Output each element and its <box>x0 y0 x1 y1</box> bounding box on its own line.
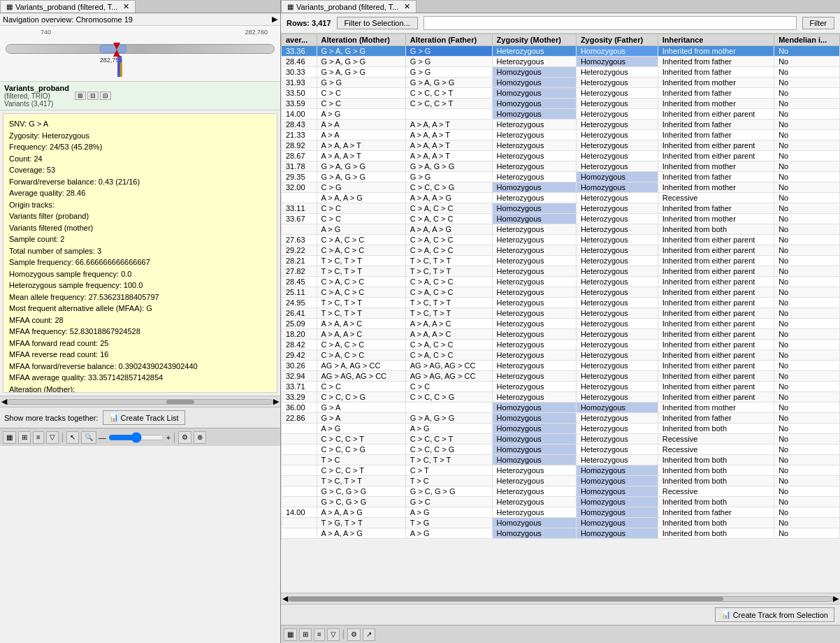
table-cell: 30.26 <box>282 361 317 371</box>
table-cell: AG > AG, AG > CC <box>405 371 492 382</box>
table-scroll-left[interactable]: ◀ <box>282 594 288 603</box>
table-row[interactable]: A > GA > GHomozygousHeterozygousInherite… <box>282 424 840 434</box>
table-row[interactable]: 25.09A > A, A > CA > A, A > CHeterozygou… <box>282 319 840 329</box>
table-row[interactable]: 26.41T > C, T > TT > C, T > THeterozygou… <box>282 308 840 319</box>
left-tab-close[interactable]: ✕ <box>123 2 129 11</box>
right-toolbar-table-btn[interactable]: ▦ <box>284 628 297 641</box>
table-row[interactable]: A > A, A > GA > GHomozygousHomozygousInh… <box>282 528 840 539</box>
create-track-list-btn[interactable]: 📊 Create Track List <box>103 410 185 425</box>
toolbar-table-btn[interactable]: ▦ <box>3 431 16 444</box>
table-row[interactable]: 33.67C > CC > A, C > CHomozygousHeterozy… <box>282 214 840 224</box>
table-row[interactable]: 29.35G > A, G > GG > GHeterozygousHomozy… <box>282 172 840 182</box>
table-row[interactable]: 18.20A > A, A > CA > A, A > CHeterozygou… <box>282 329 840 340</box>
table-row[interactable]: G > C, G > GG > CHeterozygousHomozygousI… <box>282 497 840 507</box>
table-row[interactable]: 33.71C > CC > CHeterozygousHeterozygousI… <box>282 382 840 392</box>
table-cell: 33.59 <box>282 99 317 109</box>
table-row[interactable]: 28.92A > A, A > TA > A, A > THeterozygou… <box>282 140 840 151</box>
table-row[interactable]: 28.45C > A, C > CC > A, C > CHeterozygou… <box>282 277 840 287</box>
table-scroll[interactable]: aver... Alteration (Mother) Alteration (… <box>281 34 840 593</box>
filter-input[interactable] <box>423 16 797 30</box>
table-row[interactable]: C > C, C > TC > THeterozygousHomozygousI… <box>282 465 840 476</box>
table-row[interactable]: 29.22C > A, C > CC > A, C > CHeterozygou… <box>282 245 840 256</box>
left-scrollbar-track[interactable] <box>7 399 273 405</box>
zoom-slider[interactable] <box>108 433 164 442</box>
table-row[interactable]: 29.42C > A, C > CC > A, C > CHeterozygou… <box>282 350 840 361</box>
table-row[interactable]: A > GA > A, A > GHeterozygousHeterozygou… <box>282 224 840 235</box>
table-cell: Inherited from either parent <box>658 256 774 266</box>
table-row[interactable]: A > A, A > GA > A, A > GHeterozygousHete… <box>282 193 840 203</box>
tooltip-line-24: Alteration (Mother): <box>9 384 271 393</box>
toolbar-list-btn[interactable]: ≡ <box>33 431 44 444</box>
create-track-from-sel-btn[interactable]: 📊 Create Track from Selection <box>715 607 834 622</box>
chr-band[interactable] <box>6 44 275 54</box>
track-zoom-out[interactable]: ⊟ <box>87 92 99 100</box>
table-row[interactable]: 30.26AG > A, AG > CCAG > AG, AG > CCHete… <box>282 361 840 371</box>
table-row[interactable]: 31.93G > GG > A, G > GHomozygousHeterozy… <box>282 78 840 88</box>
table-row[interactable]: 14.00A > GHomozygousHeterozygousInherite… <box>282 109 840 120</box>
table-scrollbar-track[interactable] <box>288 596 833 602</box>
right-toolbar-list-btn[interactable]: ≡ <box>314 628 325 641</box>
table-row[interactable]: 22.86G > AG > A, G > GHomozygousHeterozy… <box>282 413 840 424</box>
right-tab-close[interactable]: ✕ <box>404 2 410 11</box>
table-cell: Homozygous <box>492 455 576 465</box>
right-toolbar-filter-btn[interactable]: ▽ <box>327 628 340 641</box>
scroll-left-btn[interactable]: ◀ <box>1 397 7 406</box>
table-row[interactable]: 28.42C > A, C > CC > A, C > CHeterozygou… <box>282 340 840 350</box>
table-row[interactable]: G > C, G > GG > C, G > GHeterozygousHomo… <box>282 486 840 497</box>
left-h-scrollbar[interactable]: ◀ ▶ <box>0 396 280 407</box>
left-scrollbar-thumb[interactable] <box>166 400 194 404</box>
table-row[interactable]: 28.46G > A, G > GG > GHeterozygousHomozy… <box>282 57 840 67</box>
table-row[interactable]: 24.95T > C, T > TT > C, T > THeterozygou… <box>282 298 840 308</box>
nav-expand-btn[interactable]: ▶ <box>272 15 277 24</box>
table-row[interactable]: 27.63C > A, C > CC > A, C > CHeterozygou… <box>282 235 840 245</box>
table-cell: Inherited from both <box>658 476 774 486</box>
left-tab-active[interactable]: ▦ Variants_proband (filtered, T... ✕ <box>0 0 136 13</box>
right-toolbar-settings-btn[interactable]: ⚙ <box>347 628 361 641</box>
scroll-right-btn[interactable]: ▶ <box>273 397 279 406</box>
toolbar-settings-btn[interactable]: ⚙ <box>178 431 191 444</box>
table-row[interactable]: 36.00G > AHomozygousHomozygousInherited … <box>282 403 840 413</box>
right-toolbar-grid-btn[interactable]: ⊞ <box>299 628 312 641</box>
toolbar-extra-btn[interactable]: ⊕ <box>194 431 206 444</box>
table-cell: 33.29 <box>282 392 317 403</box>
table-scrollbar-thumb[interactable] <box>289 597 723 601</box>
table-cell: Inherited from both <box>658 465 774 476</box>
table-row[interactable]: 30.33G > A, G > GG > GHomozygousHeterozy… <box>282 67 840 78</box>
right-tab-active[interactable]: ▦ Variants_proband (filtered, T... ✕ <box>281 0 417 13</box>
table-row[interactable]: 33.50C > CC > C, C > THomozygousHeterozy… <box>282 88 840 99</box>
filter-btn[interactable]: Filter <box>802 17 834 29</box>
table-row[interactable]: 32.00C > GC > C, C > GHomozygousHomozygo… <box>282 182 840 193</box>
table-row[interactable]: 21.33A > AA > A, A > THeterozygousHetero… <box>282 130 840 140</box>
table-row[interactable]: 14.00A > A, A > GA > GHeterozygousHomozy… <box>282 507 840 518</box>
table-cell: No <box>774 361 840 371</box>
table-row[interactable]: 28.67A > A, A > TA > A, A > THeterozygou… <box>282 151 840 161</box>
table-row[interactable]: T > C, T > TT > CHeterozygousHomozygousI… <box>282 476 840 486</box>
filter-to-selection-btn[interactable]: Filter to Selection... <box>337 17 418 29</box>
table-row[interactable]: 33.36G > A, G > GG > GHeterozygousHomozy… <box>282 46 840 57</box>
table-cell: T > G <box>405 518 492 528</box>
table-row[interactable]: 33.59C > CC > C, C > THomozygousHeterozy… <box>282 99 840 109</box>
table-row[interactable]: 28.43A > AA > A, A > THeterozygousHetero… <box>282 120 840 130</box>
track-zoom-in[interactable]: ⊞ <box>75 92 86 100</box>
table-row[interactable]: C > C, C > TC > C, C > THomozygousHetero… <box>282 434 840 445</box>
nav-bar: Navigation overview: Chromosome 19 ▶ <box>0 13 280 26</box>
table-row[interactable]: 25.11C > A, C > CC > A, C > CHeterozygou… <box>282 287 840 298</box>
table-scroll-right[interactable]: ▶ <box>833 594 839 603</box>
table-row[interactable]: C > C, C > GC > C, C > GHomozygousHetero… <box>282 445 840 455</box>
table-h-scrollbar[interactable]: ◀ ▶ <box>281 593 840 604</box>
toolbar-filter-btn[interactable]: ▽ <box>46 431 59 444</box>
table-row[interactable]: T > CT > C, T > THomozygousHeterozygousI… <box>282 455 840 465</box>
table-row[interactable]: 27.82T > C, T > TT > C, T > THeterozygou… <box>282 266 840 277</box>
toolbar-zoom-btn[interactable]: 🔍 <box>81 431 96 444</box>
table-row[interactable]: T > G, T > TT > GHomozygousHomozygousInh… <box>282 518 840 528</box>
track-settings[interactable]: ⊟ <box>100 92 111 100</box>
create-track-from-sel-label: Create Track from Selection <box>733 611 828 619</box>
toolbar-grid-btn[interactable]: ⊞ <box>18 431 31 444</box>
table-row[interactable]: 33.11C > CC > A, C > CHomozygousHeterozy… <box>282 203 840 214</box>
right-toolbar-export-btn[interactable]: ↗ <box>363 628 375 641</box>
table-row[interactable]: 33.29C > C, C > GC > C, C > GHeterozygou… <box>282 392 840 403</box>
table-row[interactable]: 32.94AG > AG, AG > CCAG > AG, AG > CCHet… <box>282 371 840 382</box>
table-row[interactable]: 28.21T > C, T > TT > C, T > THeterozygou… <box>282 256 840 266</box>
toolbar-arrow-btn[interactable]: ↖ <box>66 431 79 444</box>
table-row[interactable]: 31.78G > A, G > GG > A, G > GHeterozygou… <box>282 161 840 172</box>
